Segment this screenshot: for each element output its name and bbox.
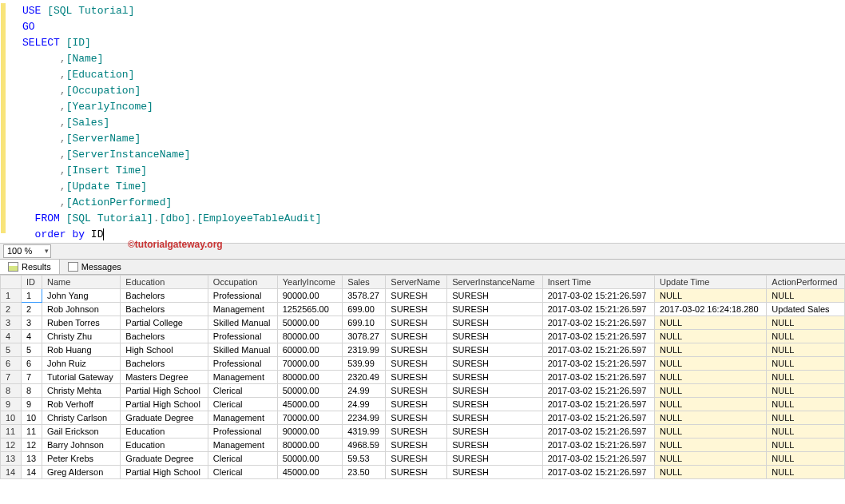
cell[interactable]: NULL — [655, 357, 767, 371]
cell[interactable]: NULL — [767, 357, 845, 371]
cell[interactable]: SURESH — [386, 466, 447, 479]
cell[interactable]: 539.99 — [343, 357, 386, 371]
cell[interactable]: 80000.00 — [277, 439, 342, 452]
cell[interactable]: SURESH — [386, 343, 447, 357]
cell[interactable]: 13 — [22, 452, 42, 466]
col-inserttime[interactable]: Insert Time — [542, 276, 654, 289]
table-row[interactable]: 88Christy MehtaPartial High SchoolCleric… — [1, 384, 845, 398]
cell[interactable]: 24.99 — [343, 384, 386, 398]
cell[interactable]: 23.50 — [343, 466, 386, 479]
cell[interactable]: SURESH — [386, 357, 447, 371]
cell[interactable]: 14 — [22, 466, 42, 479]
cell[interactable]: Masters Degree — [121, 371, 208, 384]
cell[interactable]: Skilled Manual — [208, 316, 277, 330]
cell[interactable]: 7 — [1, 371, 22, 384]
cell[interactable]: SURESH — [447, 466, 543, 479]
cell[interactable]: 2017-03-02 15:21:26.597 — [542, 303, 654, 316]
cell[interactable]: SURESH — [447, 439, 543, 452]
cell[interactable]: 2017-03-02 15:21:26.597 — [542, 384, 654, 398]
cell[interactable]: NULL — [655, 330, 767, 343]
cell[interactable]: SURESH — [386, 411, 447, 425]
cell[interactable]: SURESH — [447, 303, 543, 316]
cell[interactable]: 50000.00 — [277, 316, 342, 330]
cell[interactable]: SURESH — [386, 316, 447, 330]
cell[interactable]: SURESH — [447, 316, 543, 330]
cell[interactable]: 2017-03-02 15:21:26.597 — [542, 398, 654, 411]
col-serverinstance[interactable]: ServerInstanceName — [447, 276, 543, 289]
cell[interactable]: 1 — [1, 289, 22, 303]
cell[interactable]: NULL — [655, 343, 767, 357]
cell[interactable]: NULL — [767, 439, 845, 452]
cell[interactable]: NULL — [655, 398, 767, 411]
cell[interactable]: 2017-03-02 15:21:26.597 — [542, 439, 654, 452]
cell[interactable]: SURESH — [386, 439, 447, 452]
cell[interactable]: Partial College — [121, 316, 208, 330]
cell[interactable]: NULL — [655, 371, 767, 384]
cell[interactable]: 2017-03-02 15:21:26.597 — [542, 316, 654, 330]
col-id[interactable]: ID — [22, 276, 42, 289]
cell[interactable]: 2319.99 — [343, 343, 386, 357]
table-row[interactable]: 1010Christy CarlsonGraduate DegreeManage… — [1, 411, 845, 425]
cell[interactable]: Rob Verhoff — [42, 398, 120, 411]
table-row[interactable]: 22Rob JohnsonBachelorsManagement1252565.… — [1, 303, 845, 316]
cell[interactable]: 6 — [22, 357, 42, 371]
cell[interactable]: 2 — [22, 303, 42, 316]
cell[interactable]: SURESH — [447, 452, 543, 466]
table-row[interactable]: 1111Gail EricksonEducationProfessional90… — [1, 425, 845, 439]
cell[interactable]: NULL — [767, 384, 845, 398]
cell[interactable]: SURESH — [447, 411, 543, 425]
cell[interactable]: Clerical — [208, 384, 277, 398]
col-name[interactable]: Name — [42, 276, 120, 289]
cell[interactable]: Bachelors — [121, 357, 208, 371]
cell[interactable]: Tutorial Gateway — [42, 371, 120, 384]
cell[interactable]: NULL — [767, 371, 845, 384]
cell[interactable]: NULL — [655, 466, 767, 479]
cell[interactable]: 2017-03-02 15:21:26.597 — [542, 330, 654, 343]
cell[interactable]: NULL — [767, 330, 845, 343]
cell[interactable]: 2017-03-02 15:21:26.597 — [542, 289, 654, 303]
cell[interactable]: 699.00 — [343, 303, 386, 316]
code-area[interactable]: USE [SQL Tutorial] GO SELECT [ID] ,[Name… — [0, 3, 845, 243]
cell[interactable]: 9 — [1, 398, 22, 411]
cell[interactable]: Professional — [208, 425, 277, 439]
cell[interactable]: Clerical — [208, 466, 277, 479]
cell[interactable]: NULL — [767, 343, 845, 357]
cell[interactable]: SURESH — [447, 343, 543, 357]
cell[interactable]: Bachelors — [121, 289, 208, 303]
cell[interactable]: 3 — [1, 316, 22, 330]
cell[interactable]: 50000.00 — [277, 452, 342, 466]
cell[interactable]: 2234.99 — [343, 411, 386, 425]
cell[interactable]: Gail Erickson — [42, 425, 120, 439]
cell[interactable]: 14 — [1, 466, 22, 479]
table-row[interactable]: 99Rob VerhoffPartial High SchoolClerical… — [1, 398, 845, 411]
cell[interactable]: 2320.49 — [343, 371, 386, 384]
cell[interactable]: John Ruiz — [42, 357, 120, 371]
cell[interactable]: Peter Krebs — [42, 452, 120, 466]
cell[interactable]: SURESH — [386, 384, 447, 398]
cell[interactable]: 2017-03-02 15:21:26.597 — [542, 371, 654, 384]
cell[interactable]: NULL — [655, 452, 767, 466]
cell[interactable]: 5 — [1, 343, 22, 357]
cell[interactable]: NULL — [767, 452, 845, 466]
cell[interactable]: 12 — [22, 439, 42, 452]
cell[interactable]: 24.99 — [343, 398, 386, 411]
cell[interactable]: 2017-03-02 15:21:26.597 — [542, 452, 654, 466]
cell[interactable]: 45000.00 — [277, 398, 342, 411]
cell[interactable]: 11 — [22, 425, 42, 439]
table-row[interactable]: 1414Greg AldersonPartial High SchoolCler… — [1, 466, 845, 479]
cell[interactable]: 2017-03-02 15:21:26.597 — [542, 466, 654, 479]
cell[interactable]: Barry Johnson — [42, 439, 120, 452]
cell[interactable]: 6 — [1, 357, 22, 371]
sql-editor[interactable]: USE [SQL Tutorial] GO SELECT [ID] ,[Name… — [0, 0, 845, 243]
cell[interactable]: John Yang — [42, 289, 120, 303]
cell[interactable]: Graduate Degree — [121, 452, 208, 466]
cell[interactable]: 8 — [1, 384, 22, 398]
cell[interactable]: Professional — [208, 330, 277, 343]
cell[interactable]: 4968.59 — [343, 439, 386, 452]
cell[interactable]: NULL — [767, 466, 845, 479]
col-actionperformed[interactable]: ActionPerformed — [767, 276, 845, 289]
col-yearlyincome[interactable]: YearlyIncome — [277, 276, 342, 289]
cell[interactable]: 2 — [1, 303, 22, 316]
cell[interactable]: Professional — [208, 289, 277, 303]
cell[interactable]: 9 — [22, 398, 42, 411]
